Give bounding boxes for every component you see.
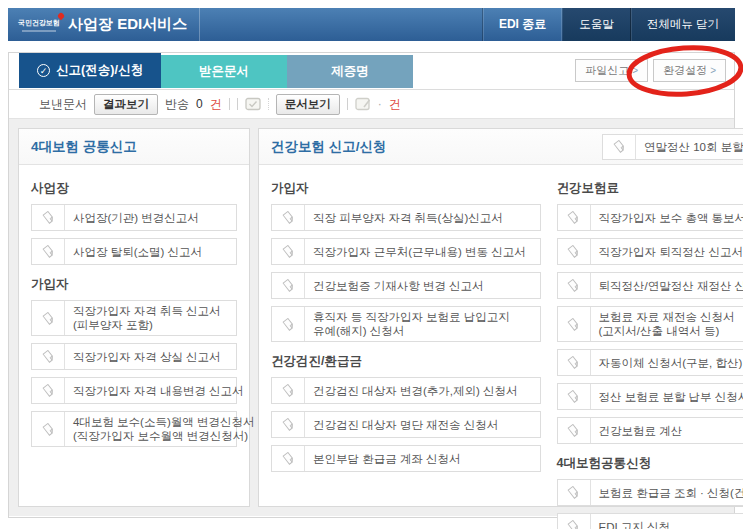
form-item[interactable]: 직장가입자 자격 내용변경 신고서 <box>31 377 237 404</box>
form-item-label: 직장가입자 퇴직정산 신고서(미신고 사업장) <box>591 239 743 264</box>
edi-exit-button[interactable]: EDI 종료 <box>482 8 563 41</box>
count-unit: 건 <box>389 96 401 113</box>
panel-header-item: 연말정산 10회 분할납부 취소 신청서 <box>602 134 743 160</box>
form-item[interactable]: 본인부담 환급금 계좌 신청서 <box>271 445 541 472</box>
document-icon <box>558 350 591 375</box>
document-icon <box>603 135 636 159</box>
form-item[interactable]: 자동이체 신청서(구분, 합산) <box>557 349 743 376</box>
form-item[interactable]: EDI 고지 신청 <box>557 513 743 529</box>
form-item-line: 정산 보험료 분할 납부 신청서 <box>599 390 743 404</box>
form-item-line: 퇴직정산/연말정산 재정산 신청서 <box>599 279 743 293</box>
form-item-label: 직장가입자 자격 상실 신고서 <box>65 344 229 369</box>
view-documents-button[interactable]: 문서보기 <box>276 94 340 115</box>
settings-button[interactable]: 환경설정> <box>653 59 726 82</box>
form-item-line: 자동이체 신청서(구분, 합산) <box>599 356 743 370</box>
form-item-line: 보험료 자료 재전송 신청서 <box>599 310 735 324</box>
count-unit: 건 <box>210 96 222 113</box>
mail-compose-icon <box>355 97 371 111</box>
section-label: 건강보험료 <box>557 180 743 197</box>
form-item[interactable]: 건강검진 대상자 변경(추가,제외) 신청서 <box>271 377 541 404</box>
view-results-button[interactable]: 결과보기 <box>94 94 158 115</box>
form-item-label: 자동이체 신청서(구분, 합산) <box>591 350 743 375</box>
form-item[interactable]: 휴직자 등 직장가입자 보험료 납입고지유예(해지) 신청서 <box>271 306 541 342</box>
document-icon <box>558 418 591 443</box>
forms-content-area: 4대보험 공통신고사업장사업장(기관) 변경신고서사업장 탈퇴(소멸) 신고서가… <box>9 119 734 516</box>
form-item[interactable]: 정산 보험료 분할 납부 신청서 <box>557 383 743 410</box>
section-label: 사업장 <box>31 180 237 197</box>
form-item[interactable]: 직장가입자 자격 상실 신고서 <box>31 343 237 370</box>
form-item-line: 직장가입자 퇴직정산 신고서(미신고 사업장) <box>599 245 743 259</box>
form-item-label: 사업장 탈퇴(소멸) 신고서 <box>65 239 210 264</box>
form-item-label: 본인부담 환급금 계좌 신청서 <box>305 446 469 471</box>
document-icon <box>558 480 591 505</box>
topbar-spacer <box>200 8 482 41</box>
form-item[interactable]: 보험료 환급금 조회 · 신청(건강 · 연금) <box>557 479 743 506</box>
form-item[interactable]: 건강보험료 계산 <box>557 417 743 444</box>
help-button[interactable]: 도움말 <box>563 8 630 41</box>
form-item[interactable]: 직장가입자 보수 총액 통보서 <box>557 204 743 231</box>
panel-title: 건강보험 신고/신청 <box>271 138 387 156</box>
form-item-line: 건강보험증 기재사항 변경 신고서 <box>313 279 484 293</box>
returned-label: 반송 <box>165 96 189 113</box>
form-item[interactable]: 사업장 탈퇴(소멸) 신고서 <box>31 238 237 265</box>
panel-column: 건강보험료직장가입자 보수 총액 통보서직장가입자 퇴직정산 신고서(미신고 사… <box>557 169 743 529</box>
document-icon <box>32 344 65 369</box>
form-item-label: 건강보험료 계산 <box>591 418 691 443</box>
tab-label: 제증명 <box>331 63 369 80</box>
document-icon <box>558 239 591 264</box>
form-item[interactable]: 직장가입자 퇴직정산 신고서(미신고 사업장) <box>557 238 743 265</box>
dotted-divider <box>268 98 269 110</box>
tab-label: 신고(전송)/신청 <box>56 62 143 79</box>
form-item[interactable]: 4대보험 보수(소득)월액 변경신청서(직장가입자 보수월액 변경신청서) <box>31 411 237 447</box>
panel-title: 4대보험 공통신고 <box>31 138 137 156</box>
section-label: 가입자 <box>271 180 541 197</box>
file-report-button[interactable]: 파일신고> <box>575 59 648 82</box>
panel-header: 4대보험 공통신고 <box>19 129 249 165</box>
document-icon <box>272 239 305 264</box>
form-item-label: 건강검진 대상자 명단 재전송 신청서 <box>305 412 506 437</box>
form-item[interactable]: 사업장(기관) 변경신고서 <box>31 204 237 231</box>
form-item[interactable]: 직장가입자 근무처(근무내용) 변동 신고서 <box>271 238 541 265</box>
check-circle-icon: ✓ <box>37 64 50 77</box>
form-item[interactable]: 건강보험증 기재사항 변경 신고서 <box>271 272 541 299</box>
section-label: 가입자 <box>31 276 237 293</box>
divider <box>347 98 348 110</box>
nhis-logo: 국민건강보험 <box>18 18 60 32</box>
main-container: ✓ 신고(전송)/신청 받은문서 제증명 파일신고> 환경설정> 보낸문서 결과… <box>8 52 735 518</box>
form-item[interactable]: 퇴직정산/연말정산 재정산 신청서 <box>557 272 743 299</box>
forms-panel: 4대보험 공통신고사업장사업장(기관) 변경신고서사업장 탈퇴(소멸) 신고서가… <box>18 128 250 507</box>
form-item-line: 휴직자 등 직장가입자 보험료 납입고지 <box>313 310 510 324</box>
form-item-label: 정산 보험료 분할 납부 신청서 <box>591 384 743 409</box>
panel-column: 사업장사업장(기관) 변경신고서사업장 탈퇴(소멸) 신고서가입자직장가입자 자… <box>31 169 237 454</box>
form-item-line: 직장 피부양자 자격 취득(상실)신고서 <box>313 211 503 225</box>
divider <box>237 98 238 110</box>
app-title: 사업장 EDI서비스 <box>68 15 187 34</box>
form-item[interactable]: 건강검진 대상자 명단 재전송 신청서 <box>271 411 541 438</box>
form-item[interactable]: 연말정산 10회 분할납부 취소 신청서 <box>602 134 743 160</box>
nhis-logo-text: 국민건강보험 <box>18 18 60 28</box>
chevron-right-icon: > <box>632 65 638 76</box>
tab-received-documents[interactable]: 받은문서 <box>161 55 287 88</box>
tab-certificates[interactable]: 제증명 <box>287 55 413 88</box>
document-icon <box>32 378 65 403</box>
nhis-logo-tagline <box>22 30 56 32</box>
document-icon <box>272 205 305 230</box>
close-all-menu-button[interactable]: 전체메뉴 닫기 <box>630 8 735 41</box>
form-item[interactable]: 직장 피부양자 자격 취득(상실)신고서 <box>271 204 541 231</box>
form-item-line: 사업장(기관) 변경신고서 <box>73 211 199 225</box>
chevron-right-icon: > <box>710 65 716 76</box>
section-label: 건강검진/환급금 <box>271 353 541 370</box>
form-item-line: 사업장 탈퇴(소멸) 신고서 <box>73 245 202 259</box>
form-item-line: 직장가입자 근무처(근무내용) 변동 신고서 <box>313 245 526 259</box>
form-item[interactable]: 직장가입자 자격 취득 신고서(피부양자 포함) <box>31 300 237 336</box>
tab-bar: ✓ 신고(전송)/신청 받은문서 제증명 파일신고> 환경설정> <box>9 53 734 89</box>
tab-report-apply[interactable]: ✓ 신고(전송)/신청 <box>19 53 161 88</box>
document-icon <box>32 301 65 335</box>
form-item-line: EDI 고지 신청 <box>599 520 671 529</box>
form-item-line: 직장가입자 자격 내용변경 신고서 <box>73 384 244 398</box>
document-icon <box>272 307 305 341</box>
document-icon <box>558 273 591 298</box>
form-item-line: 건강보험료 계산 <box>599 424 683 438</box>
form-item[interactable]: 보험료 자료 재전송 신청서(고지서/산출 내역서 등) <box>557 306 743 342</box>
form-item-label: 직장가입자 자격 취득 신고서(피부양자 포함) <box>65 301 229 335</box>
